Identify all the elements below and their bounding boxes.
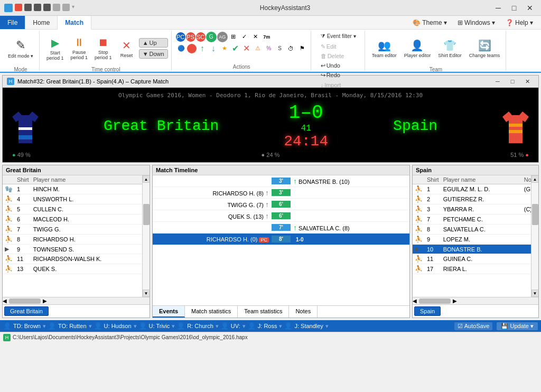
spain-player-row[interactable]: ⛹1EGUILAZ M. L. D.(GK)	[413, 184, 538, 194]
spain-footer-btn[interactable]: Spain	[414, 306, 441, 316]
gb-scroll-down[interactable]: ▼	[143, 290, 150, 297]
stop-button[interactable]: ⏹ Stopperiod 1	[92, 32, 115, 66]
spain-scrollbar[interactable]: ▲ ▼	[531, 175, 538, 297]
spain-scroll-up[interactable]: ▲	[531, 175, 539, 183]
spain-scroll-thumb[interactable]	[532, 204, 538, 225]
gb-player-row[interactable]: ⛹7TWIGG G.	[3, 225, 150, 235]
action-circle-red-icon[interactable]	[187, 44, 197, 53]
gb-player-row[interactable]: ⛹13QUEK S.	[3, 264, 150, 274]
action-arrow-up-grn-icon[interactable]: ↑	[197, 43, 208, 54]
autosave-button[interactable]: ☑ AutoSave	[454, 322, 493, 330]
spain-scroll-right[interactable]: ▶	[453, 298, 457, 304]
tb-extra2[interactable]	[62, 4, 70, 11]
edit-mode-button[interactable]: ✎ Edit mode ▾	[5, 32, 36, 66]
redo-button[interactable]: ↪ Redo	[318, 71, 359, 80]
gb-player-row[interactable]: ⛹6MACLEOD H.	[3, 214, 150, 225]
action-goal-icon[interactable]: G	[206, 32, 217, 42]
tl-row-1[interactable]: 3' ↑ BONASTRE B. (10)	[153, 175, 409, 187]
gb-scroll-thumb[interactable]	[143, 204, 150, 225]
tb-undo[interactable]	[34, 4, 41, 11]
tab-file[interactable]: File	[0, 16, 25, 29]
maximize-button[interactable]: □	[507, 3, 521, 13]
event-filter-button[interactable]: ⧩ Event filter ▾	[318, 32, 359, 41]
gb-h-thumb[interactable]	[9, 298, 41, 304]
action-pct-icon[interactable]: %	[264, 43, 274, 54]
spain-scroll-left[interactable]: ◀	[413, 298, 417, 304]
gb-player-row[interactable]: ⛹5CULLEN C.	[3, 204, 150, 214]
action-check-icon[interactable]: ✓	[239, 32, 250, 42]
gb-player-row[interactable]: ⛹11RICHARDSON-WALSH K.	[3, 254, 150, 264]
edit-event-button[interactable]: ✎ Edit	[318, 42, 359, 51]
delete-event-button[interactable]: 🗑 Delete	[318, 52, 359, 60]
start-button[interactable]: ▶ Startperiod 1	[44, 32, 67, 66]
gb-footer-btn[interactable]: Great Britain	[4, 306, 49, 316]
minimize-button[interactable]: ─	[491, 3, 505, 13]
gb-player-row[interactable]: 🧤1HINCH M.	[3, 184, 150, 194]
tb-menu[interactable]	[24, 4, 32, 11]
gb-scroll-up[interactable]: ▲	[143, 175, 150, 183]
spain-row-expand[interactable]: ▶	[413, 245, 425, 254]
tb-save[interactable]	[15, 4, 22, 11]
update-button[interactable]: 💾 Update ▾	[497, 322, 538, 330]
gb-player-row[interactable]: ⛹4UNSWORTH L.	[3, 194, 150, 204]
action-grid-icon[interactable]: ⊞	[228, 32, 239, 42]
tab-match[interactable]: Match	[58, 16, 91, 30]
gb-scrollbar[interactable]: ▲ ▼	[142, 175, 150, 297]
spain-player-row[interactable]: ⛹11GUINEA C.	[413, 254, 538, 264]
tab-notes[interactable]: Notes	[289, 306, 318, 318]
spain-player-row[interactable]: ▶10BONASTRE B.	[413, 245, 538, 254]
tab-events[interactable]: Events	[153, 306, 185, 318]
action-7m-icon[interactable]: 7m	[262, 32, 272, 42]
gb-scroll-left[interactable]: ◀	[3, 298, 7, 304]
tab-match-statistics[interactable]: Match statistics	[185, 306, 238, 318]
gb-player-row[interactable]: ▶9TOWNSEND S.	[3, 245, 150, 254]
theme-button[interactable]: 🎨 Theme ▾	[408, 17, 452, 28]
tl-row-4[interactable]: QUEK S. (13) ↑ 6'	[153, 210, 409, 222]
tl-row-6-selected[interactable]: RICHARDSO H. (0) PC 8' 1-0	[153, 234, 409, 245]
action-clock-icon[interactable]: ⏱	[286, 43, 296, 54]
action-tri1-icon[interactable]: 🔵	[176, 43, 186, 54]
spain-player-row[interactable]: ⛹9LOPEZ M.	[413, 235, 538, 245]
tab-team-statistics[interactable]: Team statistics	[238, 306, 289, 318]
windows-button[interactable]: ⊞ Windows ▾	[453, 17, 500, 28]
match-window-close[interactable]: ✕	[520, 77, 534, 86]
spain-player-row[interactable]: ⛹17RIERA L.	[413, 264, 538, 274]
spain-player-row[interactable]: ⛹7PETCHAME C.	[413, 214, 538, 225]
tab-home[interactable]: Home	[25, 16, 58, 29]
change-teams-button[interactable]: 🔄 Change teams	[467, 32, 503, 66]
action-sc-icon[interactable]: SC	[196, 32, 206, 42]
tl-row-3[interactable]: TWIGG G. (7) ↑ 6'	[153, 199, 409, 210]
spain-player-row[interactable]: ⛹2GUTIERREZ R.	[413, 194, 538, 204]
pause-button[interactable]: ⏸ Pauseperiod 1	[68, 32, 91, 66]
action-pc-icon[interactable]: PC	[176, 32, 185, 42]
shirt-editor-button[interactable]: 👕 Shirt Editor	[435, 32, 464, 66]
tb-redo[interactable]	[43, 4, 51, 11]
action-x-icon[interactable]: ✕	[241, 43, 252, 54]
action-star-icon[interactable]: ★	[219, 43, 230, 54]
action-warning-icon[interactable]: ⚠	[253, 43, 263, 54]
help-button[interactable]: ❓ Help ▾	[501, 17, 538, 28]
action-ag-icon[interactable]: AG	[217, 32, 228, 42]
spain-h-thumb[interactable]	[419, 298, 451, 304]
tl-row-5[interactable]: 7' ↑ SALVATELLA C. (8)	[153, 222, 409, 234]
gb-scroll-right[interactable]: ▶	[43, 298, 47, 304]
action-ps-icon[interactable]: PS	[186, 32, 195, 42]
tb-extra1[interactable]	[53, 4, 60, 11]
team-editor-button[interactable]: 👥 Team editor	[369, 32, 399, 66]
undo-button[interactable]: ↩ Undo	[318, 61, 359, 70]
action-flag-icon[interactable]: ⚑	[297, 43, 307, 54]
action-arrow-dn-icon[interactable]: ↓	[208, 43, 219, 54]
gb-player-row[interactable]: ⛹8RICHARDSO H.	[3, 235, 150, 245]
match-window-minimize[interactable]: ─	[491, 77, 505, 86]
match-window-maximize[interactable]: □	[506, 77, 519, 86]
gb-row-expand[interactable]: ▶	[3, 245, 15, 254]
tl-row-2[interactable]: RICHARDSO H. (8) ↑ 3'	[153, 187, 409, 199]
player-editor-button[interactable]: 👤 Player editor	[402, 32, 434, 66]
action-check2-icon[interactable]: ✔	[230, 43, 241, 54]
spain-player-row[interactable]: ⛹8SALVATELLA C.	[413, 225, 538, 235]
reset-button[interactable]: ✕ Reset	[116, 32, 137, 66]
action-cross-icon[interactable]: ✕	[250, 32, 261, 42]
down-button[interactable]: ▼ Down	[139, 49, 168, 59]
spain-player-row[interactable]: ⛹3YBARRA R.(C)	[413, 204, 538, 214]
close-button[interactable]: ✕	[523, 3, 537, 13]
